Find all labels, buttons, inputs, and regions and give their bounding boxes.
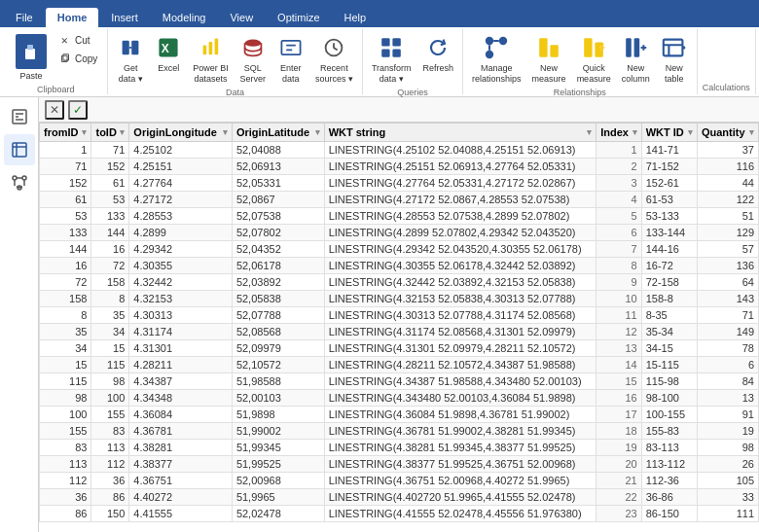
table-cell: LINESTRING(4.38281 51.99345,4.38377 51.9… <box>324 440 596 456</box>
table-row[interactable]: 151154.2821152,10572LINESTRING(4.28211 5… <box>40 357 759 373</box>
get-data-button[interactable]: Getdata ▾ <box>112 31 149 88</box>
table-row[interactable]: 15884.3215352,05838LINESTRING(4.32153 52… <box>40 291 759 307</box>
table-cell: LINESTRING(4.31301 52.09979,4.28211 52.1… <box>324 340 596 357</box>
column-header-wkt_string[interactable]: WKT string▾ <box>324 124 596 142</box>
column-header-toid[interactable]: toID▾ <box>91 124 129 142</box>
ribbon-tabs: File Home Insert Modeling View Optimize … <box>0 0 759 27</box>
table-cell: 1 <box>40 142 91 159</box>
table-cell: 144-16 <box>641 241 697 258</box>
table-row[interactable]: 1714.2510252,04088LINESTRING(4.25102 52.… <box>40 142 759 159</box>
column-header-quantity[interactable]: Quantity▾ <box>697 124 758 142</box>
table-cell: 34 <box>91 324 129 340</box>
svg-text:⚡: ⚡ <box>596 43 607 53</box>
tab-insert[interactable]: Insert <box>99 8 150 27</box>
table-cell: 52,00103 <box>232 390 324 407</box>
table-cell: 4.41555 <box>129 506 233 522</box>
svg-rect-23 <box>584 38 592 57</box>
table-cell: 98 <box>40 390 91 407</box>
svg-rect-1 <box>27 45 33 50</box>
table-cell: 17 <box>596 407 641 423</box>
table-cell: 129 <box>697 225 758 241</box>
cut-button[interactable]: Cut <box>54 31 101 49</box>
column-header-originlongitude[interactable]: OriginLongitude▾ <box>129 124 233 142</box>
tab-file[interactable]: File <box>4 8 45 27</box>
table-cell: 72-158 <box>641 274 697 291</box>
table-row[interactable]: 711524.2515152,06913LINESTRING(4.25151 5… <box>40 159 759 175</box>
table-cell: LINESTRING(4.27764 52.05331,4.27172 52.0… <box>324 175 596 192</box>
table-row[interactable]: 8354.3031352,07788LINESTRING(4.30313 52.… <box>40 307 759 324</box>
table-cell: 4.28553 <box>129 208 233 225</box>
sidebar-report-icon[interactable] <box>4 101 35 132</box>
enter-data-button[interactable]: Enterdata <box>272 31 309 88</box>
table-row[interactable]: 115984.3438751,98588LINESTRING(4.34387 5… <box>40 373 759 390</box>
tab-home[interactable]: Home <box>46 8 99 27</box>
table-row[interactable]: 34154.3130152,09979LINESTRING(4.31301 52… <box>40 340 759 357</box>
table-cell: 152 <box>91 159 129 175</box>
tab-help[interactable]: Help <box>333 8 379 27</box>
table-cell: 6 <box>697 357 758 373</box>
data-grid[interactable]: fromID▾toID▾OriginLongitude▾OriginLatitu… <box>39 123 759 532</box>
svg-rect-28 <box>663 40 682 56</box>
table-row[interactable]: 35344.3117452,08568LINESTRING(4.31174 52… <box>40 324 759 340</box>
table-cell: 36 <box>40 489 91 506</box>
table-cell: 100 <box>40 407 91 423</box>
column-header-index[interactable]: Index▾ <box>596 124 641 142</box>
table-cell: 112 <box>40 473 91 489</box>
table-row[interactable]: 721584.3244252,03892LINESTRING(4.32442 5… <box>40 274 759 291</box>
tab-modeling[interactable]: Modeling <box>151 8 218 27</box>
sidebar-data-icon[interactable] <box>4 134 35 165</box>
refresh-button[interactable]: Refresh <box>418 31 459 77</box>
column-header-fromid[interactable]: fromID▾ <box>40 124 91 142</box>
table-cell: 143 <box>697 291 758 307</box>
table-row[interactable]: 112364.3675152,00968LINESTRING(4.36751 5… <box>40 473 759 489</box>
paste-button[interactable]: Paste <box>10 31 53 85</box>
recent-sources-button[interactable]: Recentsources ▾ <box>310 31 358 88</box>
column-header-originlatitude[interactable]: OriginLatitude▾ <box>232 124 324 142</box>
transform-button[interactable]: Transformdata ▾ <box>367 31 416 88</box>
powerbi-button[interactable]: Power BIdatasets <box>188 31 234 88</box>
table-row[interactable]: 861504.4155552,02478LINESTRING(4.41555 5… <box>40 506 759 522</box>
table-row[interactable]: 1001554.3608451,9898LINESTRING(4.36084 5… <box>40 407 759 423</box>
table-cell: LINESTRING(4.38377 51.99525,4.36751 52.0… <box>324 456 596 473</box>
column-header-wkt_id[interactable]: WKT ID▾ <box>641 124 697 142</box>
copy-button[interactable]: Copy <box>54 50 101 67</box>
table-row[interactable]: 61534.2717252,0867LINESTRING(4.27172 52.… <box>40 192 759 208</box>
table-cell: 36-86 <box>641 489 697 506</box>
table-cell: 19 <box>697 423 758 440</box>
new-column-button[interactable]: Newcolumn <box>617 31 655 88</box>
table-cell: 35 <box>91 307 129 324</box>
tab-optimize[interactable]: Optimize <box>266 8 331 27</box>
svg-rect-10 <box>214 38 218 54</box>
new-table-button[interactable]: Newtable <box>656 31 693 88</box>
table-row[interactable]: 144164.2934252,04352LINESTRING(4.29342 5… <box>40 241 759 258</box>
table-cell: 158 <box>91 274 129 291</box>
manage-relationships-button[interactable]: Managerelationships <box>467 31 526 88</box>
quick-measure-button[interactable]: ⚡ Quickmeasure <box>572 31 616 88</box>
table-row[interactable]: 152614.2776452,05331LINESTRING(4.27764 5… <box>40 175 759 192</box>
table-row[interactable]: 531334.2855352,07538LINESTRING(4.28553 5… <box>40 208 759 225</box>
sidebar <box>0 97 39 532</box>
table-cell: 133 <box>40 225 91 241</box>
table-cell: 115-98 <box>641 373 697 390</box>
tab-view[interactable]: View <box>218 8 265 27</box>
table-cell: 136 <box>697 258 758 274</box>
undo-button[interactable]: ✕ <box>45 100 64 120</box>
excel-button[interactable]: X Excel <box>150 31 187 77</box>
table-row[interactable]: 155834.3678151,99002LINESTRING(4.36781 5… <box>40 423 759 440</box>
table-cell: 141-71 <box>641 142 697 159</box>
table-cell: 52,04352 <box>232 241 324 258</box>
redo-button[interactable]: ✓ <box>68 100 88 120</box>
table-cell: 51,9965 <box>232 489 324 506</box>
table-row[interactable]: 36864.4027251,9965LINESTRING(4.402720 51… <box>40 489 759 506</box>
table-row[interactable]: 981004.3434852,00103LINESTRING(4.343480 … <box>40 390 759 407</box>
table-cell: 64 <box>697 274 758 291</box>
sidebar-model-icon[interactable] <box>4 167 35 198</box>
svg-point-34 <box>22 176 26 180</box>
new-measure-button[interactable]: Newmeasure <box>527 31 571 88</box>
sql-button[interactable]: SQLServer <box>235 31 271 88</box>
table-row[interactable]: 16724.3035552,06178LINESTRING(4.30355 52… <box>40 258 759 274</box>
table-cell: 158-8 <box>641 291 697 307</box>
table-row[interactable]: 831134.3828151,99345LINESTRING(4.38281 5… <box>40 440 759 456</box>
table-row[interactable]: 1331444.289952,07802LINESTRING(4.2899 52… <box>40 225 759 241</box>
table-row[interactable]: 1131124.3837751,99525LINESTRING(4.38377 … <box>40 456 759 473</box>
